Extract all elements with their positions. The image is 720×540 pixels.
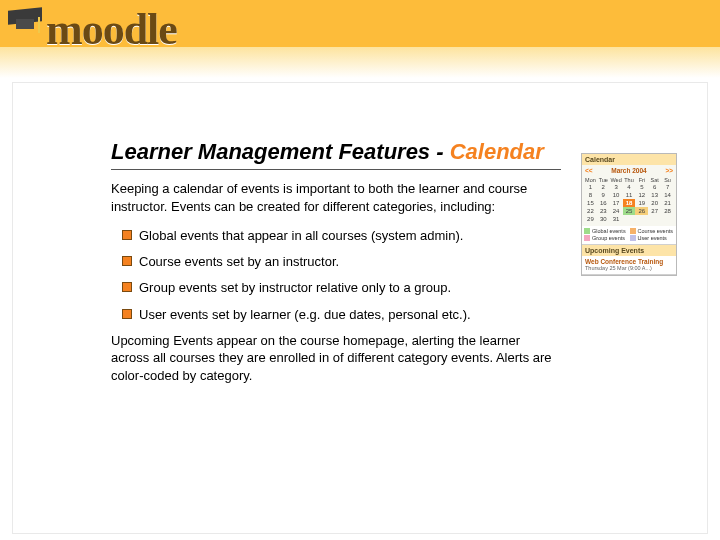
calendar-day[interactable]: 7 <box>661 183 674 191</box>
list-item: Group events set by instructor relative … <box>123 279 561 297</box>
title-accent: Calendar <box>450 139 544 164</box>
calendar-day[interactable]: 27 <box>648 207 661 215</box>
list-item: Course events set by an instructor. <box>123 253 561 271</box>
calendar-day[interactable]: 28 <box>661 207 674 215</box>
calendar-day[interactable]: 3 <box>610 183 623 191</box>
graduation-cap-icon <box>8 9 44 35</box>
calendar-day <box>635 215 648 223</box>
calendar-day <box>623 215 636 223</box>
calendar-day[interactable]: 16 <box>597 199 610 207</box>
calendar-day[interactable]: 15 <box>584 199 597 207</box>
calendar-day[interactable]: 6 <box>648 183 661 191</box>
calendar-day[interactable]: 21 <box>661 199 674 207</box>
calendar-header: Calendar <box>582 154 676 165</box>
calendar-day[interactable]: 23 <box>597 207 610 215</box>
bullet-list: Global events that appear in all courses… <box>123 227 561 324</box>
page-title: Learner Management Features - Calendar <box>111 139 561 170</box>
calendar-day[interactable]: 5 <box>635 183 648 191</box>
intro-paragraph: Keeping a calendar of events is importan… <box>111 180 561 215</box>
calendar-day <box>648 215 661 223</box>
calendar-day[interactable]: 18 <box>623 199 636 207</box>
title-prefix: Learner Management Features - <box>111 139 450 164</box>
calendar-day <box>661 215 674 223</box>
calendar-day[interactable]: 19 <box>635 199 648 207</box>
calendar-grid: MonTueWedThuFriSatSu12345678910111213141… <box>582 176 676 226</box>
calendar-day[interactable]: 26 <box>635 207 648 215</box>
event-subtitle: Thursday 25 Mar (9:00 A...) <box>585 265 673 271</box>
app-header: moodle <box>0 0 720 78</box>
list-item: User events set by learner (e.g. due dat… <box>123 306 561 324</box>
brand-name: moodle <box>46 4 177 55</box>
calendar-day[interactable]: 31 <box>610 215 623 223</box>
calendar-widget: Calendar << March 2004 >> MonTueWedThuFr… <box>581 153 677 276</box>
calendar-day[interactable]: 30 <box>597 215 610 223</box>
calendar-day[interactable]: 10 <box>610 191 623 199</box>
prev-month-button[interactable]: << <box>585 167 593 174</box>
calendar-day[interactable]: 22 <box>584 207 597 215</box>
legend-course: Course events <box>638 228 673 234</box>
calendar-day[interactable]: 24 <box>610 207 623 215</box>
list-item: Global events that appear in all courses… <box>123 227 561 245</box>
calendar-day[interactable]: 20 <box>648 199 661 207</box>
event-title: Web Conference Training <box>585 258 673 265</box>
calendar-legend: Global events Course events Group events… <box>582 226 676 244</box>
calendar-day[interactable]: 14 <box>661 191 674 199</box>
legend-global: Global events <box>592 228 626 234</box>
calendar-day[interactable]: 25 <box>623 207 636 215</box>
calendar-day[interactable]: 29 <box>584 215 597 223</box>
legend-group: Group events <box>592 235 625 241</box>
next-month-button[interactable]: >> <box>665 167 673 174</box>
calendar-day[interactable]: 12 <box>635 191 648 199</box>
calendar-day[interactable]: 1 <box>584 183 597 191</box>
brand-logo: moodle <box>0 0 720 58</box>
calendar-nav: << March 2004 >> <box>582 165 676 176</box>
calendar-day[interactable]: 13 <box>648 191 661 199</box>
upcoming-header: Upcoming Events <box>582 245 676 256</box>
upcoming-item[interactable]: Web Conference Training Thursday 25 Mar … <box>582 256 676 274</box>
outro-paragraph: Upcoming Events appear on the course hom… <box>111 332 561 385</box>
calendar-day[interactable]: 11 <box>623 191 636 199</box>
calendar-day[interactable]: 8 <box>584 191 597 199</box>
legend-user: User events <box>638 235 667 241</box>
calendar-day[interactable]: 4 <box>623 183 636 191</box>
calendar-month-label: March 2004 <box>611 167 646 174</box>
calendar-day[interactable]: 17 <box>610 199 623 207</box>
calendar-day[interactable]: 9 <box>597 191 610 199</box>
content-card: Learner Management Features - Calendar K… <box>12 82 708 534</box>
calendar-day[interactable]: 2 <box>597 183 610 191</box>
